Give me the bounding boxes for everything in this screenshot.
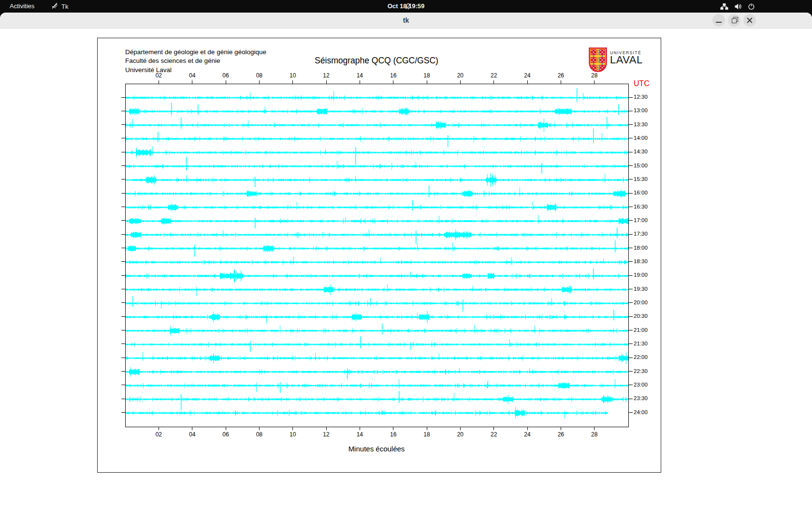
x-tick-label-bottom: 28	[588, 431, 601, 438]
x-tick-label-top: 08	[253, 72, 265, 79]
row-time-label: 17:30	[634, 231, 648, 237]
seismograph-frame: Département de géologie et de génie géol…	[97, 38, 661, 473]
logo-wordmark-bottom: LAVAL	[610, 55, 643, 65]
x-tick-top	[226, 80, 226, 84]
x-tick-top	[561, 80, 561, 84]
row-tick-left	[121, 193, 125, 194]
x-tick-label-top: 12	[320, 72, 333, 79]
row-time-label: 24:00	[634, 409, 648, 415]
x-tick-label-bottom: 26	[554, 431, 567, 438]
x-tick-top	[493, 80, 494, 84]
seismogram-plot	[125, 84, 629, 427]
row-tick-left	[121, 248, 125, 248]
notifications-muted-icon	[405, 3, 412, 11]
x-tick-label-bottom: 04	[186, 431, 199, 438]
x-tick-top	[159, 80, 159, 84]
row-tick-left	[121, 152, 125, 152]
row-tick-right	[628, 358, 633, 358]
row-tick-right	[628, 261, 633, 262]
row-tick-left	[121, 412, 125, 413]
row-tick-left	[121, 207, 125, 207]
row-tick-right	[628, 412, 633, 413]
x-tick-label-top: 16	[387, 72, 400, 79]
row-tick-left	[121, 371, 125, 372]
x-tick-bottom	[594, 427, 594, 430]
row-tick-right	[628, 97, 633, 98]
row-tick-right	[628, 124, 633, 125]
row-tick-right	[628, 207, 633, 207]
row-tick-right	[628, 330, 633, 330]
x-tick-bottom	[192, 427, 192, 430]
volume-icon	[734, 3, 742, 10]
row-tick-right	[628, 344, 633, 344]
row-tick-left	[121, 179, 125, 179]
x-axis-label: Minutes écoulées	[125, 445, 628, 453]
x-tick-top	[192, 80, 192, 84]
x-tick-label-top: 10	[287, 72, 299, 79]
seismogram-traces	[126, 84, 628, 427]
row-time-label: 12:30	[634, 94, 648, 100]
row-time-label: 13:00	[634, 107, 648, 113]
row-tick-left	[121, 358, 125, 358]
tk-window: tk Département de géologie et de génie g…	[0, 13, 812, 508]
row-tick-right	[628, 193, 633, 194]
row-tick-right	[628, 138, 633, 138]
gnome-top-bar: Activities Tk Oct 18 19:59	[0, 0, 812, 13]
row-tick-right	[628, 220, 633, 221]
x-tick-label-bottom: 06	[219, 431, 232, 438]
x-tick-label-bottom: 10	[287, 431, 299, 438]
x-tick-bottom	[460, 427, 461, 430]
x-tick-top	[594, 80, 594, 84]
row-tick-right	[628, 248, 633, 248]
row-time-label: 23:30	[634, 395, 648, 401]
x-tick-top	[259, 80, 260, 84]
row-tick-left	[121, 275, 125, 276]
x-tick-bottom	[561, 427, 561, 430]
row-time-label: 21:00	[634, 327, 648, 333]
row-time-label: 19:00	[634, 272, 648, 278]
row-tick-left	[121, 165, 125, 166]
row-time-label: 14:30	[634, 149, 648, 154]
x-tick-label-bottom: 24	[521, 431, 534, 438]
row-time-label: 14:00	[634, 135, 648, 141]
row-tick-left	[121, 344, 125, 344]
window-titlebar[interactable]: tk	[0, 13, 812, 29]
x-tick-label-bottom: 02	[152, 431, 165, 438]
row-time-label: 22:00	[634, 354, 648, 360]
plot-title: Séismographe QCQ (CGC/GSC)	[125, 56, 628, 66]
row-tick-left	[121, 138, 125, 138]
system-tray[interactable]	[720, 0, 755, 13]
row-tick-left	[121, 261, 125, 262]
maximize-button[interactable]	[728, 14, 740, 27]
row-time-label: 16:00	[634, 190, 648, 195]
x-tick-label-bottom: 12	[320, 431, 333, 438]
x-tick-top	[527, 80, 528, 84]
x-tick-bottom	[427, 427, 427, 430]
window-title: tk	[0, 13, 812, 28]
x-tick-label-top: 06	[219, 72, 232, 79]
close-button[interactable]	[743, 14, 756, 27]
row-tick-right	[628, 302, 633, 303]
row-time-label: 18:00	[634, 245, 648, 251]
row-time-label: 18:30	[634, 258, 648, 264]
x-tick-bottom	[159, 427, 159, 430]
x-tick-label-bottom: 20	[454, 431, 466, 438]
row-time-label: 20:00	[634, 299, 648, 305]
x-tick-label-bottom: 18	[420, 431, 433, 438]
row-time-label: 22:30	[634, 368, 648, 374]
row-tick-left	[121, 330, 125, 330]
x-tick-top	[360, 80, 360, 84]
x-tick-bottom	[259, 427, 260, 430]
row-tick-left	[121, 385, 125, 385]
row-tick-right	[628, 289, 633, 289]
row-tick-right	[628, 234, 633, 235]
x-tick-label-top: 14	[353, 72, 366, 79]
row-time-label: 15:00	[634, 163, 648, 168]
x-tick-bottom	[493, 427, 494, 430]
x-tick-label-bottom: 16	[387, 431, 400, 438]
x-tick-label-top: 18	[420, 72, 433, 79]
x-tick-bottom	[393, 427, 393, 430]
row-time-label: 19:30	[634, 286, 648, 292]
minimize-button[interactable]	[712, 14, 725, 27]
x-tick-label-bottom: 14	[353, 431, 366, 438]
